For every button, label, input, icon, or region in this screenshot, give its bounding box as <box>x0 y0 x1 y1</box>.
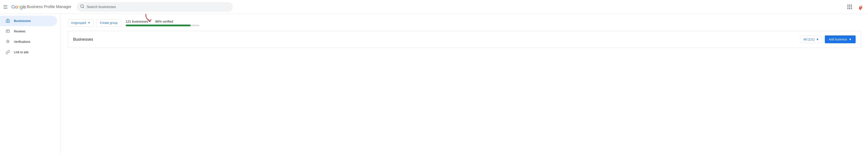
header-left: Google Business Profile Manager <box>3 4 71 10</box>
apps-dots <box>847 5 852 9</box>
sidebar: Businesses Reviews Verifications <box>0 14 61 155</box>
arrow-annotation <box>142 14 159 24</box>
reviews-icon <box>5 29 10 34</box>
header: Google Business Profile Manager <box>0 0 868 14</box>
stats-area: 121 businesses 88% verified <box>126 20 199 26</box>
toolbar-row: Ungrouped ▼ Create group 121 businesses … <box>68 19 861 27</box>
apps-grid-icon[interactable] <box>845 3 854 11</box>
sidebar-businesses-label: Businesses <box>14 19 31 23</box>
all-filter-label: All (121) <box>803 37 815 41</box>
header-right <box>845 3 865 11</box>
sidebar-item-verifications[interactable]: Verifications <box>0 36 57 47</box>
create-group-button[interactable]: Create group <box>96 19 121 27</box>
add-business-button[interactable]: Add business ▼ <box>825 35 856 43</box>
svg-rect-3 <box>7 21 8 22</box>
sidebar-item-link-to-ads[interactable]: Link to ads <box>0 47 57 57</box>
svg-rect-2 <box>6 20 9 23</box>
ungrouped-dropdown-button[interactable]: Ungrouped ▼ <box>68 19 94 27</box>
all-filter-button[interactable]: All (121) ▼ <box>800 36 822 43</box>
businesses-header-right: All (121) ▼ Add business ▼ <box>800 35 856 43</box>
businesses-header: Businesses All (121) ▼ Add business ▼ <box>73 35 856 43</box>
sidebar-link-to-ads-label: Link to ads <box>14 50 29 54</box>
hamburger-menu-icon[interactable] <box>3 4 9 9</box>
sidebar-item-businesses[interactable]: Businesses <box>0 16 57 26</box>
filter-dropdown-arrow: ▼ <box>816 37 819 41</box>
main-content: Ungrouped ▼ Create group 121 businesses … <box>61 14 868 155</box>
add-business-dropdown-arrow: ▼ <box>849 37 852 41</box>
add-business-label: Add business <box>829 37 847 41</box>
search-bar-inner[interactable] <box>76 2 233 12</box>
search-input[interactable] <box>87 5 229 9</box>
account-avatar[interactable] <box>856 3 865 11</box>
verifications-icon <box>5 39 10 44</box>
businesses-section: Businesses All (121) ▼ Add business ▼ <box>68 31 861 48</box>
sidebar-item-reviews[interactable]: Reviews <box>0 26 57 36</box>
sidebar-reviews-label: Reviews <box>14 30 25 33</box>
search-icon <box>80 4 85 9</box>
ungrouped-dropdown-arrow: ▼ <box>88 21 90 24</box>
svg-rect-4 <box>6 30 9 32</box>
progress-bar <box>126 25 199 26</box>
main-layout: Businesses Reviews Verifications <box>0 14 868 155</box>
svg-line-1 <box>83 7 84 8</box>
logo: Google Business Profile Manager <box>11 4 71 10</box>
businesses-icon <box>5 18 10 24</box>
ungrouped-label: Ungrouped <box>71 21 86 25</box>
progress-bar-fill <box>126 25 191 26</box>
app-title: Business Profile Manager <box>27 5 71 9</box>
google-wordmark: Google <box>11 4 26 10</box>
link-to-ads-icon <box>5 50 10 55</box>
flame-icon <box>857 3 863 10</box>
search-bar <box>76 2 233 12</box>
sidebar-verifications-label: Verifications <box>14 40 30 44</box>
businesses-section-title: Businesses <box>73 37 93 42</box>
stats-numbers: 121 businesses 88% verified <box>126 20 199 23</box>
